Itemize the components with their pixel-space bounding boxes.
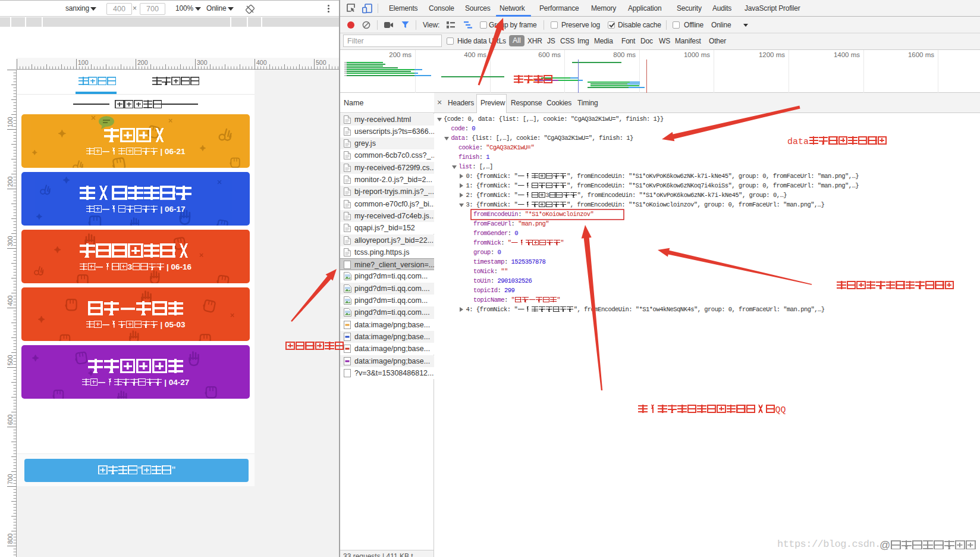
svg-text:700: 700 (7, 474, 14, 484)
svg-text:800: 800 (7, 533, 14, 544)
svg-text:600: 600 (7, 414, 14, 425)
svg-text:400: 400 (256, 59, 267, 66)
svg-text:100: 100 (78, 59, 89, 66)
svg-text:100: 100 (7, 117, 14, 127)
svg-text:400: 400 (7, 295, 14, 306)
svg-text:200: 200 (137, 59, 148, 66)
svg-text:500: 500 (7, 355, 14, 365)
svg-text:300: 300 (7, 236, 14, 246)
svg-text:300: 300 (197, 59, 208, 66)
svg-text:500: 500 (316, 59, 326, 66)
svg-text:200: 200 (7, 176, 14, 187)
